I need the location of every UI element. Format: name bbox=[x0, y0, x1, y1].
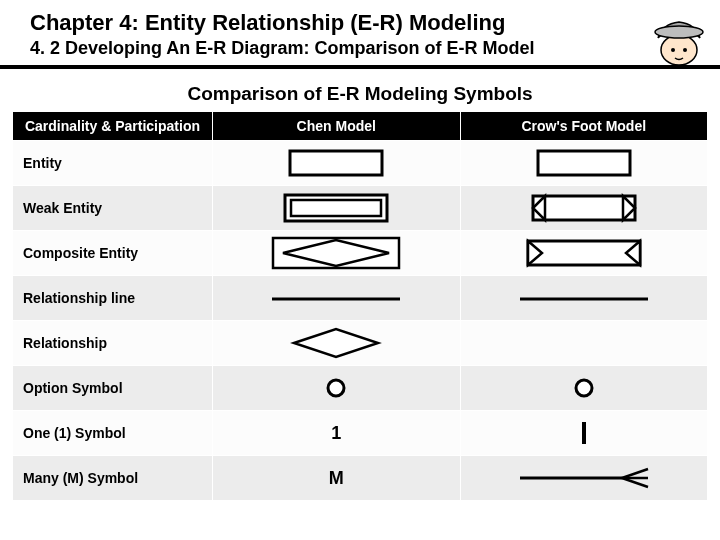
row-label: Entity bbox=[13, 141, 213, 186]
svg-point-2 bbox=[671, 48, 675, 52]
page-title: Chapter 4: Entity Relationship (E-R) Mod… bbox=[0, 0, 720, 38]
table-row: Many (M) Symbol M bbox=[13, 456, 708, 501]
table-row: One (1) Symbol 1 bbox=[13, 411, 708, 456]
crow-many-symbol bbox=[460, 456, 708, 501]
crow-option-symbol bbox=[460, 366, 708, 411]
table-row: Weak Entity bbox=[13, 186, 708, 231]
table-row: Option Symbol bbox=[13, 366, 708, 411]
table-row: Composite Entity bbox=[13, 231, 708, 276]
svg-rect-13 bbox=[528, 241, 640, 265]
crow-relationship-line-symbol bbox=[460, 276, 708, 321]
svg-marker-18 bbox=[294, 329, 378, 357]
svg-line-23 bbox=[622, 469, 648, 478]
table-row: Relationship bbox=[13, 321, 708, 366]
col-header-cardinality: Cardinality & Participation bbox=[13, 112, 213, 141]
chen-one-symbol: 1 bbox=[213, 411, 461, 456]
crow-weak-entity-symbol bbox=[460, 186, 708, 231]
col-header-chen: Chen Model bbox=[213, 112, 461, 141]
crow-composite-entity-symbol bbox=[460, 231, 708, 276]
crow-entity-symbol bbox=[460, 141, 708, 186]
row-label: Composite Entity bbox=[13, 231, 213, 276]
col-header-crow: Crow's Foot Model bbox=[460, 112, 708, 141]
table-row: Entity bbox=[13, 141, 708, 186]
table-row: Relationship line bbox=[13, 276, 708, 321]
chen-option-symbol bbox=[213, 366, 461, 411]
avatar bbox=[644, 10, 706, 66]
table-title: Comparison of E-R Modeling Symbols bbox=[0, 83, 720, 111]
crow-one-symbol bbox=[460, 411, 708, 456]
chen-relationship-line-symbol bbox=[213, 276, 461, 321]
row-label: Weak Entity bbox=[13, 186, 213, 231]
svg-rect-4 bbox=[290, 151, 382, 175]
svg-point-20 bbox=[576, 380, 592, 396]
svg-point-0 bbox=[661, 35, 697, 65]
svg-point-19 bbox=[328, 380, 344, 396]
chen-relationship-symbol bbox=[213, 321, 461, 366]
chen-entity-symbol bbox=[213, 141, 461, 186]
svg-point-1 bbox=[655, 26, 703, 38]
row-label: One (1) Symbol bbox=[13, 411, 213, 456]
svg-rect-5 bbox=[538, 151, 630, 175]
page-subtitle: 4. 2 Developing An E-R Diagram: Comparis… bbox=[0, 38, 720, 65]
comparison-table: Cardinality & Participation Chen Model C… bbox=[12, 111, 708, 501]
svg-rect-8 bbox=[533, 196, 635, 220]
svg-point-3 bbox=[683, 48, 687, 52]
chen-many-symbol: M bbox=[213, 456, 461, 501]
title-rule bbox=[0, 65, 720, 69]
chen-weak-entity-symbol bbox=[213, 186, 461, 231]
chen-composite-entity-symbol bbox=[213, 231, 461, 276]
svg-line-25 bbox=[622, 478, 648, 487]
row-label: Relationship line bbox=[13, 276, 213, 321]
row-label: Option Symbol bbox=[13, 366, 213, 411]
svg-rect-7 bbox=[291, 200, 381, 216]
row-label: Many (M) Symbol bbox=[13, 456, 213, 501]
crow-relationship-symbol bbox=[460, 321, 708, 366]
row-label: Relationship bbox=[13, 321, 213, 366]
